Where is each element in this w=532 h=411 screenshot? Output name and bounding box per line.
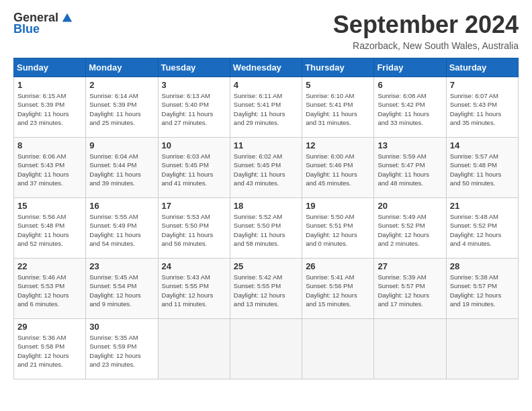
day-detail: Sunrise: 6:10 AMSunset: 5:41 PMDaylight:… xyxy=(306,92,357,126)
month-title: September 2024 xyxy=(333,11,519,39)
day-detail: Sunrise: 5:57 AMSunset: 5:48 PMDaylight:… xyxy=(450,152,502,187)
calendar-day-cell: 20Sunrise: 5:49 AMSunset: 5:52 PMDayligh… xyxy=(374,198,446,259)
day-number: 26 xyxy=(306,261,370,271)
day-detail: Sunrise: 5:42 AMSunset: 5:55 PMDaylight:… xyxy=(234,273,285,308)
day-detail: Sunrise: 5:36 AMSunset: 5:58 PMDaylight:… xyxy=(17,334,69,368)
day-number: 28 xyxy=(450,261,515,271)
calendar-day-cell: 23Sunrise: 5:45 AMSunset: 5:54 PMDayligh… xyxy=(86,259,158,319)
calendar-day-cell xyxy=(158,319,230,379)
day-number: 23 xyxy=(89,261,154,271)
day-number: 18 xyxy=(234,201,298,211)
calendar-day-cell: 1Sunrise: 6:15 AMSunset: 5:39 PMDaylight… xyxy=(14,77,86,138)
day-detail: Sunrise: 5:50 AMSunset: 5:51 PMDaylight:… xyxy=(306,213,357,247)
day-detail: Sunrise: 5:39 AMSunset: 5:57 PMDaylight:… xyxy=(378,273,429,308)
logo-icon xyxy=(61,12,73,24)
calendar-day-cell: 6Sunrise: 6:08 AMSunset: 5:42 PMDaylight… xyxy=(374,77,446,138)
day-detail: Sunrise: 6:11 AMSunset: 5:41 PMDaylight:… xyxy=(234,92,285,126)
calendar-day-cell: 21Sunrise: 5:48 AMSunset: 5:52 PMDayligh… xyxy=(446,198,518,259)
day-detail: Sunrise: 6:06 AMSunset: 5:43 PMDaylight:… xyxy=(17,152,69,187)
calendar-table: SundayMondayTuesdayWednesdayThursdayFrid… xyxy=(13,58,519,379)
calendar-day-cell: 28Sunrise: 5:38 AMSunset: 5:57 PMDayligh… xyxy=(446,259,518,319)
day-detail: Sunrise: 5:41 AMSunset: 5:56 PMDaylight:… xyxy=(306,273,357,308)
day-number: 4 xyxy=(234,80,298,90)
calendar-day-header: Saturday xyxy=(446,58,518,77)
calendar-day-header: Thursday xyxy=(302,58,374,77)
calendar-day-cell xyxy=(446,319,518,379)
calendar-day-cell: 30Sunrise: 5:35 AMSunset: 5:59 PMDayligh… xyxy=(86,319,158,379)
day-detail: Sunrise: 5:43 AMSunset: 5:55 PMDaylight:… xyxy=(162,273,214,308)
location-subtitle: Razorback, New South Wales, Australia xyxy=(333,40,519,51)
calendar-day-cell: 10Sunrise: 6:03 AMSunset: 5:45 PMDayligh… xyxy=(158,138,230,198)
calendar-day-cell: 29Sunrise: 5:36 AMSunset: 5:58 PMDayligh… xyxy=(14,319,86,379)
calendar-day-cell: 16Sunrise: 5:55 AMSunset: 5:49 PMDayligh… xyxy=(86,198,158,259)
calendar-day-cell: 17Sunrise: 5:53 AMSunset: 5:50 PMDayligh… xyxy=(158,198,230,259)
day-detail: Sunrise: 5:53 AMSunset: 5:50 PMDaylight:… xyxy=(162,213,214,247)
day-detail: Sunrise: 5:35 AMSunset: 5:59 PMDaylight:… xyxy=(89,334,141,368)
day-detail: Sunrise: 6:07 AMSunset: 5:43 PMDaylight:… xyxy=(450,92,502,126)
calendar-day-header: Tuesday xyxy=(158,58,230,77)
day-number: 15 xyxy=(17,201,82,211)
day-detail: Sunrise: 6:14 AMSunset: 5:39 PMDaylight:… xyxy=(89,92,141,126)
day-number: 6 xyxy=(378,80,442,90)
day-detail: Sunrise: 6:00 AMSunset: 5:46 PMDaylight:… xyxy=(306,152,357,187)
calendar-day-cell: 22Sunrise: 5:46 AMSunset: 5:53 PMDayligh… xyxy=(14,259,86,319)
calendar-day-cell: 12Sunrise: 6:00 AMSunset: 5:46 PMDayligh… xyxy=(302,138,374,198)
day-detail: Sunrise: 5:49 AMSunset: 5:52 PMDaylight:… xyxy=(378,213,429,247)
calendar-day-cell: 26Sunrise: 5:41 AMSunset: 5:56 PMDayligh… xyxy=(302,259,374,319)
logo: General Blue xyxy=(13,11,73,36)
calendar-week-row: 1Sunrise: 6:15 AMSunset: 5:39 PMDaylight… xyxy=(14,77,519,138)
calendar-week-row: 8Sunrise: 6:06 AMSunset: 5:43 PMDaylight… xyxy=(14,138,519,198)
calendar-week-row: 15Sunrise: 5:56 AMSunset: 5:48 PMDayligh… xyxy=(14,198,519,259)
calendar-day-cell: 8Sunrise: 6:06 AMSunset: 5:43 PMDaylight… xyxy=(14,138,86,198)
calendar-day-cell: 11Sunrise: 6:02 AMSunset: 5:45 PMDayligh… xyxy=(230,138,302,198)
calendar-day-header: Friday xyxy=(374,58,446,77)
day-number: 17 xyxy=(162,201,226,211)
calendar-day-cell: 4Sunrise: 6:11 AMSunset: 5:41 PMDaylight… xyxy=(230,77,302,138)
day-detail: Sunrise: 5:45 AMSunset: 5:54 PMDaylight:… xyxy=(89,273,141,308)
title-area: September 2024 Razorback, New South Wale… xyxy=(333,11,519,51)
day-detail: Sunrise: 5:55 AMSunset: 5:49 PMDaylight:… xyxy=(89,213,141,247)
day-detail: Sunrise: 6:08 AMSunset: 5:42 PMDaylight:… xyxy=(378,92,429,126)
day-detail: Sunrise: 6:04 AMSunset: 5:44 PMDaylight:… xyxy=(89,152,141,187)
day-detail: Sunrise: 5:46 AMSunset: 5:53 PMDaylight:… xyxy=(17,273,69,308)
header: General Blue September 2024 Razorback, N… xyxy=(13,11,519,51)
day-number: 29 xyxy=(17,322,82,332)
day-number: 24 xyxy=(162,261,226,271)
calendar-day-cell: 27Sunrise: 5:39 AMSunset: 5:57 PMDayligh… xyxy=(374,259,446,319)
calendar-week-row: 29Sunrise: 5:36 AMSunset: 5:58 PMDayligh… xyxy=(14,319,519,379)
calendar-day-cell: 19Sunrise: 5:50 AMSunset: 5:51 PMDayligh… xyxy=(302,198,374,259)
calendar-day-cell: 25Sunrise: 5:42 AMSunset: 5:55 PMDayligh… xyxy=(230,259,302,319)
day-detail: Sunrise: 5:48 AMSunset: 5:52 PMDaylight:… xyxy=(450,213,502,247)
day-detail: Sunrise: 5:59 AMSunset: 5:47 PMDaylight:… xyxy=(378,152,429,187)
day-number: 22 xyxy=(17,261,82,271)
calendar-day-cell: 9Sunrise: 6:04 AMSunset: 5:44 PMDaylight… xyxy=(86,138,158,198)
calendar-day-cell xyxy=(374,319,446,379)
day-number: 30 xyxy=(89,322,154,332)
calendar-day-cell: 7Sunrise: 6:07 AMSunset: 5:43 PMDaylight… xyxy=(446,77,518,138)
day-number: 7 xyxy=(450,80,515,90)
day-detail: Sunrise: 6:03 AMSunset: 5:45 PMDaylight:… xyxy=(162,152,214,187)
calendar-day-cell: 3Sunrise: 6:13 AMSunset: 5:40 PMDaylight… xyxy=(158,77,230,138)
calendar-day-cell: 5Sunrise: 6:10 AMSunset: 5:41 PMDaylight… xyxy=(302,77,374,138)
day-number: 2 xyxy=(89,80,154,90)
day-detail: Sunrise: 5:56 AMSunset: 5:48 PMDaylight:… xyxy=(17,213,69,247)
calendar-day-cell: 14Sunrise: 5:57 AMSunset: 5:48 PMDayligh… xyxy=(446,138,518,198)
day-number: 3 xyxy=(162,80,226,90)
day-number: 9 xyxy=(89,140,154,150)
calendar-week-row: 22Sunrise: 5:46 AMSunset: 5:53 PMDayligh… xyxy=(14,259,519,319)
day-number: 19 xyxy=(306,201,370,211)
day-number: 11 xyxy=(234,140,298,150)
calendar-day-header: Wednesday xyxy=(230,58,302,77)
calendar-day-cell: 24Sunrise: 5:43 AMSunset: 5:55 PMDayligh… xyxy=(158,259,230,319)
day-detail: Sunrise: 6:02 AMSunset: 5:45 PMDaylight:… xyxy=(234,152,285,187)
day-detail: Sunrise: 5:38 AMSunset: 5:57 PMDaylight:… xyxy=(450,273,502,308)
day-number: 10 xyxy=(162,140,226,150)
calendar-day-cell: 18Sunrise: 5:52 AMSunset: 5:50 PMDayligh… xyxy=(230,198,302,259)
day-detail: Sunrise: 6:15 AMSunset: 5:39 PMDaylight:… xyxy=(17,92,69,126)
calendar-day-cell xyxy=(302,319,374,379)
day-detail: Sunrise: 6:13 AMSunset: 5:40 PMDaylight:… xyxy=(162,92,214,126)
calendar-header-row: SundayMondayTuesdayWednesdayThursdayFrid… xyxy=(14,58,519,77)
calendar-day-header: Monday xyxy=(86,58,158,77)
day-number: 1 xyxy=(17,80,82,90)
day-number: 8 xyxy=(17,140,82,150)
